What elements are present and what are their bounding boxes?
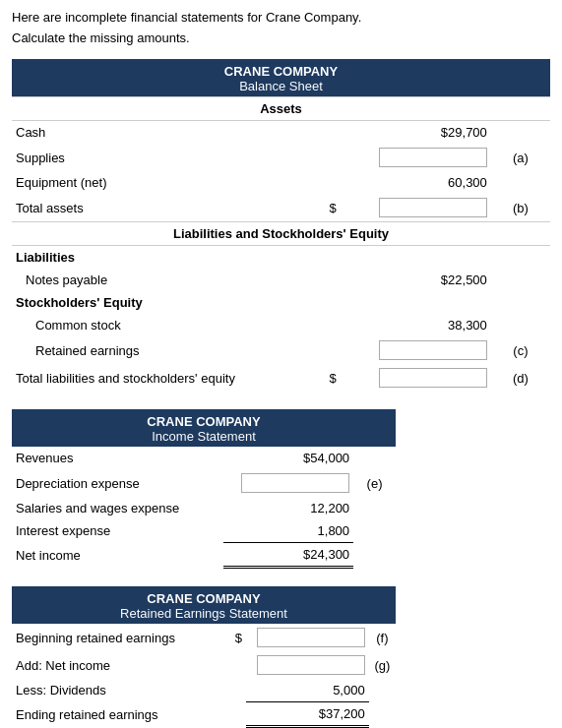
table-row: Stockholders' Equity [12, 291, 550, 314]
table-row: Less: Dividends 5,000 [12, 679, 396, 702]
re-header-row: CRANE COMPANY Retained Earnings Statemen… [12, 586, 396, 624]
row-letter: (d) [491, 364, 550, 392]
row-value: $24,300 [223, 543, 354, 568]
table-row: Depreciation expense (e) [12, 469, 396, 497]
row-letter: (a) [491, 144, 550, 171]
row-label: Retained earnings [12, 336, 308, 364]
add-net-income-input[interactable] [257, 655, 365, 675]
bs-assets-header: Assets [12, 97, 550, 121]
row-value: 5,000 [246, 679, 369, 702]
row-letter: (b) [491, 194, 550, 222]
row-value: $54,000 [223, 447, 354, 469]
retained-earnings-bs-input[interactable] [379, 340, 487, 360]
row-value: 38,300 [341, 314, 491, 336]
row-letter: (g) [369, 651, 396, 679]
row-label: Supplies [12, 144, 308, 171]
intro-line1: Here are incomplete financial statements… [12, 10, 550, 25]
beginning-retained-input[interactable] [257, 628, 365, 647]
row-label: Interest expense [12, 519, 223, 543]
depreciation-input[interactable] [241, 473, 349, 493]
row-letter: (c) [491, 336, 550, 364]
supplies-input[interactable] [379, 148, 487, 167]
row-value: $37,200 [246, 702, 369, 727]
retained-earnings-table: CRANE COMPANY Retained Earnings Statemen… [12, 586, 396, 728]
row-label: Revenues [12, 447, 223, 469]
row-label: Net income [12, 543, 223, 568]
bs-liabilities-header: Liabilities and Stockholders' Equity [12, 222, 550, 246]
dollar-sign: $ [308, 194, 341, 222]
is-title: Income Statement [16, 429, 392, 444]
table-row: Common stock 38,300 [12, 314, 550, 336]
row-label: Equipment (net) [12, 171, 308, 194]
table-row: Revenues $54,000 [12, 447, 396, 469]
row-value: $22,500 [341, 269, 491, 291]
bs-title: Balance Sheet [16, 79, 546, 93]
row-label: Salaries and wages expense [12, 497, 223, 519]
table-row: Beginning retained earnings $ (f) [12, 624, 396, 651]
bs-company: CRANE COMPANY [16, 64, 546, 79]
row-label: Common stock [12, 314, 308, 336]
row-letter: (f) [369, 624, 396, 651]
table-row: Equipment (net) 60,300 [12, 171, 550, 194]
balance-sheet-table: CRANE COMPANY Balance Sheet Assets Cash … [12, 59, 550, 392]
table-row: Notes payable $22,500 [12, 269, 550, 291]
table-row: Liabilities [12, 246, 550, 270]
row-label: Add: Net income [12, 651, 223, 679]
table-row: Cash $29,700 [12, 121, 550, 145]
total-liabilities-input[interactable] [379, 368, 487, 388]
bs-header-row: CRANE COMPANY Balance Sheet [12, 59, 550, 97]
row-letter: (e) [353, 469, 396, 497]
table-row: Retained earnings (c) [12, 336, 550, 364]
row-label: Less: Dividends [12, 679, 223, 702]
table-row: Add: Net income (g) [12, 651, 396, 679]
row-label: Ending retained earnings [12, 702, 223, 727]
table-row: Net income $24,300 [12, 543, 396, 568]
row-value: 60,300 [341, 171, 491, 194]
table-row: Salaries and wages expense 12,200 [12, 497, 396, 519]
row-label: Beginning retained earnings [12, 624, 223, 651]
table-row: Interest expense 1,800 [12, 519, 396, 543]
table-row: Total assets $ (b) [12, 194, 550, 222]
row-label: Total assets [12, 194, 308, 222]
row-label: Cash [12, 121, 308, 145]
row-label: Liabilities [12, 246, 308, 270]
dollar-sign: $ [308, 364, 341, 392]
re-company: CRANE COMPANY [16, 591, 392, 606]
row-label: Depreciation expense [12, 469, 223, 497]
row-label: Total liabilities and stockholders' equi… [12, 364, 308, 392]
row-value: 1,800 [223, 519, 354, 543]
dollar-sign: $ [223, 624, 246, 651]
table-row: Ending retained earnings $37,200 [12, 702, 396, 727]
is-company: CRANE COMPANY [16, 414, 392, 429]
income-statement-table: CRANE COMPANY Income Statement Revenues … [12, 409, 396, 569]
row-label: Stockholders' Equity [12, 291, 308, 314]
table-row: Supplies (a) [12, 144, 550, 171]
intro-line2: Calculate the missing amounts. [12, 30, 550, 45]
row-value: 12,200 [223, 497, 354, 519]
is-header-row: CRANE COMPANY Income Statement [12, 409, 396, 447]
row-label: Notes payable [12, 269, 308, 291]
total-assets-input[interactable] [379, 198, 487, 217]
re-title: Retained Earnings Statement [16, 606, 392, 621]
row-value: $29,700 [341, 121, 491, 145]
table-row: Total liabilities and stockholders' equi… [12, 364, 550, 392]
